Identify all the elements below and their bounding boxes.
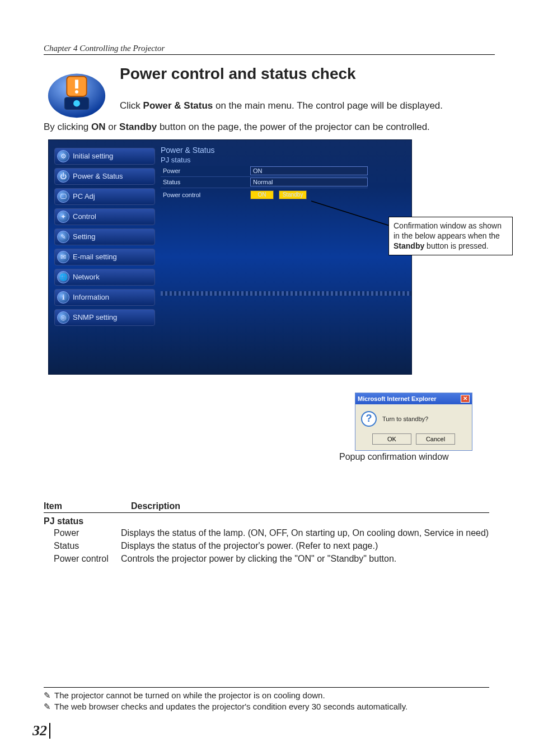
on-button[interactable]: ON	[250, 190, 274, 199]
cancel-button[interactable]: Cancel	[416, 433, 455, 445]
sidebar-item-label: SNMP setting	[73, 313, 117, 321]
dialog-message: Turn to standby?	[382, 416, 428, 422]
sidebar-item-information[interactable]: ℹInformation	[54, 289, 155, 306]
panel-heading: Power & Status	[161, 146, 215, 155]
sidebar-item-label: PC Adj	[73, 192, 95, 200]
footnote-text: The web browser checks and updates the p…	[54, 701, 407, 712]
col-item: Item	[44, 501, 131, 511]
footnote-text: The projector cannot be turned on while …	[54, 690, 325, 701]
ok-button[interactable]: OK	[372, 433, 411, 445]
callout-box: Confirmation window as shown in the belo…	[388, 217, 513, 255]
sidebar-item-initial-setting[interactable]: ⚙Initial setting	[54, 148, 155, 165]
info-icon: ℹ	[57, 291, 69, 304]
footnote: ✎The web browser checks and updates the …	[44, 701, 489, 712]
row-value: ON	[250, 166, 368, 175]
footnote: ✎The projector cannot be turned on while…	[44, 690, 489, 701]
description: Controls the projector power by clicking…	[121, 553, 489, 565]
section-icon	[44, 65, 110, 121]
popup-caption: Popup confirmation window	[339, 452, 449, 462]
intro-paragraph-2: By clicking ON or Standby button on the …	[44, 121, 495, 134]
sidebar-item-control[interactable]: ✦Control	[54, 208, 155, 225]
sidebar-item-label: Initial setting	[73, 152, 113, 160]
description: Displays the status of the lamp. (ON, OF…	[121, 528, 489, 539]
table-row: Power Displays the status of the lamp. (…	[44, 528, 489, 539]
svg-point-5	[73, 100, 80, 107]
dialog-body: ? Turn to standby?	[355, 404, 472, 433]
col-description: Description	[131, 501, 180, 511]
callout-text: button is pressed.	[424, 241, 488, 250]
close-icon[interactable]: ✕	[461, 395, 470, 403]
confirmation-dialog: Microsoft Internet Explorer ✕ ? Turn to …	[355, 393, 472, 451]
sidebar-item-email[interactable]: ✉E-mail setting	[54, 249, 155, 265]
text: button on the page, the power of the pro…	[157, 122, 430, 132]
intro-row: Power control and status check Click Pow…	[44, 65, 495, 121]
standby-button[interactable]: Standby	[279, 190, 307, 199]
footnotes: ✎The projector cannot be turned on while…	[44, 687, 489, 713]
sidebar: ⚙Initial setting ⏻Power & Status 🖵PC Adj…	[54, 148, 155, 329]
sidebar-item-label: E-mail setting	[73, 253, 117, 261]
text-bold: ON	[91, 122, 106, 132]
pencil-icon: ✎	[44, 701, 51, 712]
description: Displays the status of the projector's p…	[121, 540, 489, 552]
dialog-title: Microsoft Internet Explorer	[358, 395, 437, 402]
sidebar-item-label: Information	[73, 293, 109, 301]
term: Power	[44, 528, 121, 539]
row-label: Power	[161, 166, 250, 176]
row-power: Power ON	[161, 166, 368, 177]
row-value: Normal	[250, 178, 368, 186]
term: Status	[44, 540, 121, 552]
row-status: Status Normal	[161, 177, 368, 188]
wrench-icon: ✎	[57, 231, 69, 243]
text: By clicking	[44, 122, 91, 132]
row-group-header: PJ status	[44, 516, 489, 526]
panel-subheading: PJ status	[161, 156, 190, 164]
sliders-icon: ✦	[57, 211, 69, 223]
term: Power control	[44, 553, 121, 565]
screenshot-area: ⚙Initial setting ⏻Power & Status 🖵PC Adj…	[44, 139, 495, 380]
sidebar-item-label: Control	[73, 212, 96, 221]
sidebar-item-snmp[interactable]: ◎SNMP setting	[54, 309, 155, 326]
status-table: Power ON Status Normal Power control ON …	[161, 166, 368, 202]
page-number: 32	[32, 722, 50, 739]
chapter-header: Chapter 4 Controlling the Projector	[44, 44, 495, 55]
sidebar-item-label: Setting	[73, 232, 95, 241]
text: Click	[120, 100, 143, 111]
divider	[44, 687, 489, 688]
dialog-buttons: OK Cancel	[355, 433, 472, 450]
callout-text: Confirmation window as shown in the belo…	[394, 221, 502, 240]
pencil-icon: ✎	[44, 690, 51, 701]
sidebar-item-label: Network	[73, 273, 100, 281]
page-title: Power control and status check	[120, 65, 495, 83]
dialog-titlebar: Microsoft Internet Explorer ✕	[355, 393, 472, 404]
text: or	[106, 122, 120, 132]
text-bold: Standby	[119, 122, 157, 132]
svg-rect-2	[75, 80, 78, 88]
description-table: Item Description PJ status Power Display…	[44, 501, 489, 564]
table-header: Item Description	[44, 501, 489, 513]
intro-paragraph-1: Click Power & Status on the main menu. T…	[120, 100, 495, 113]
sidebar-item-network[interactable]: 🌐Network	[54, 269, 155, 286]
projector-web-ui: ⚙Initial setting ⏻Power & Status 🖵PC Adj…	[48, 139, 412, 375]
text: on the main menu. The control page will …	[213, 100, 443, 111]
mail-icon: ✉	[57, 251, 69, 263]
sidebar-item-setting[interactable]: ✎Setting	[54, 228, 155, 245]
table-row: Status Displays the status of the projec…	[44, 540, 489, 552]
sidebar-item-power-status[interactable]: ⏻Power & Status	[54, 168, 155, 185]
sidebar-item-pc-adj[interactable]: 🖵PC Adj	[54, 188, 155, 205]
row-label: Status	[161, 177, 250, 188]
table-row: Power control Controls the projector pow…	[44, 553, 489, 565]
row-power-control: Power control ON Standby	[161, 188, 368, 202]
svg-point-3	[75, 90, 78, 94]
chip-icon: ◎	[57, 311, 69, 324]
callout-bold: Standby	[394, 241, 424, 250]
text-bold: Power & Status	[143, 100, 213, 111]
decorative-band	[161, 291, 412, 296]
question-icon: ?	[361, 411, 377, 427]
row-label: Power control	[161, 192, 250, 198]
sidebar-item-label: Power & Status	[73, 172, 123, 180]
power-icon: ⏻	[57, 170, 69, 183]
globe-icon: 🌐	[57, 271, 69, 283]
gear-icon: ⚙	[57, 150, 69, 162]
monitor-icon: 🖵	[57, 190, 69, 203]
